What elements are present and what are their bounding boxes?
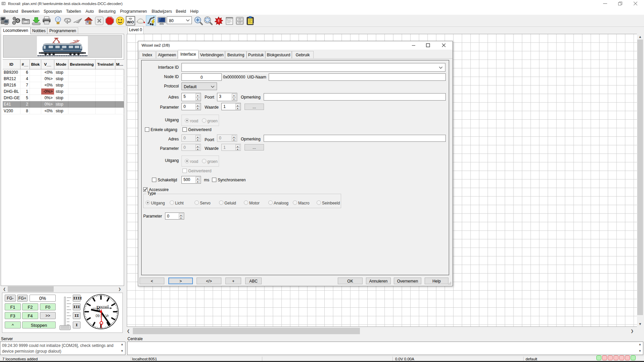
svg-text:!: ! <box>218 19 219 23</box>
svg-text:?: ? <box>57 18 59 21</box>
svg-text:WiO: WiO <box>127 20 134 24</box>
